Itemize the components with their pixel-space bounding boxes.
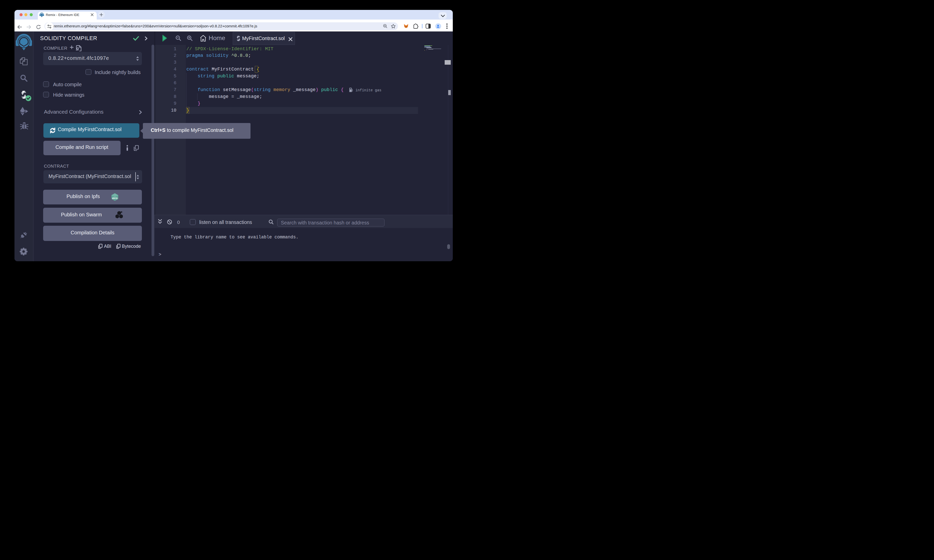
svg-text:IPFS: IPFS [112, 197, 117, 200]
